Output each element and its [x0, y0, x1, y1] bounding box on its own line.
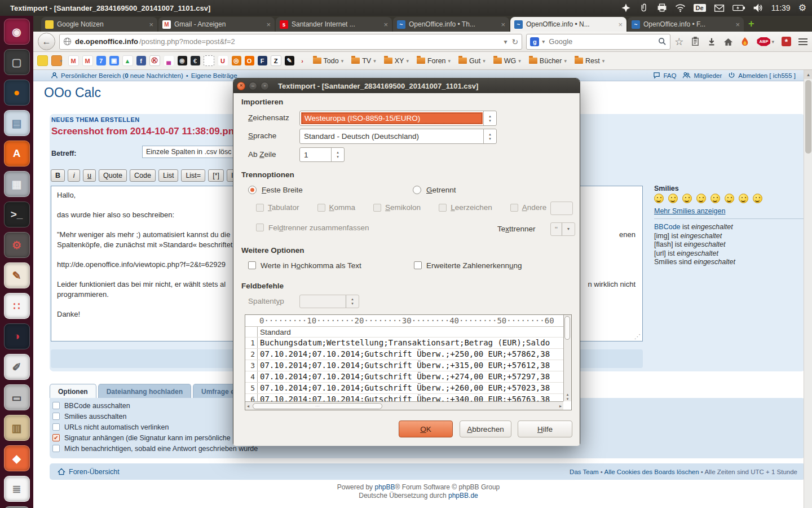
search-engine-icon[interactable]: g [530, 37, 539, 46]
separated-radio[interactable] [413, 186, 421, 194]
textarea-resize-handle[interactable]: ⋰ [634, 333, 641, 340]
bookmark-folder[interactable]: Bücher ▾ [529, 57, 567, 65]
separator-checkbox[interactable] [510, 204, 518, 212]
separator-checkbox[interactable] [439, 204, 447, 212]
mail-icon[interactable] [714, 4, 725, 12]
search-magnifier-icon[interactable] [658, 37, 667, 46]
preview-row[interactable]: 1 Buchungsdatum;Wertstellung;Transaktion… [245, 337, 563, 348]
tab-close-icon[interactable]: × [383, 20, 388, 29]
search-bar[interactable]: g ▾ [526, 34, 670, 50]
downloads-icon[interactable] [707, 37, 716, 46]
format-button[interactable]: B [51, 169, 65, 182]
text-delimiter-caret-icon[interactable]: ▾ [562, 223, 575, 235]
launcher-app-icon[interactable]: ✎ [4, 262, 30, 288]
bookmark-icon[interactable]: M [82, 55, 93, 66]
clipboard-icon[interactable] [691, 37, 700, 46]
option-checkbox[interactable] [52, 402, 60, 409]
launcher-app-icon[interactable]: ∷ [4, 293, 30, 319]
adblock-plus-icon[interactable]: ABP [757, 37, 770, 46]
preview-row[interactable]: 3 07.10.2014;07.10.2014;Gutschrift Überw… [245, 360, 563, 371]
members-link[interactable]: Mitglieder [694, 72, 722, 79]
format-button[interactable]: u [83, 169, 96, 182]
bookmark-icon[interactable]: f [136, 56, 146, 65]
launcher-app-icon[interactable]: >_ [4, 202, 30, 227]
volume-icon[interactable] [753, 3, 764, 12]
bookmark-folder[interactable]: Rest ▾ [575, 57, 604, 65]
launcher-app-icon[interactable]: ▦ [4, 171, 30, 197]
smiley-icon[interactable] [753, 194, 762, 203]
browser-tab[interactable]: Google Notizen × [41, 17, 157, 32]
new-tab-button[interactable]: + [748, 18, 754, 30]
printer-icon[interactable] [657, 3, 667, 13]
smiley-icon[interactable] [725, 194, 734, 203]
launcher-app-icon[interactable]: A [4, 141, 30, 167]
back-button[interactable]: ← [38, 33, 55, 50]
launcher-app-icon[interactable]: ◉ [4, 19, 30, 45]
keyboard-layout-indicator[interactable]: De [694, 4, 706, 12]
bookmark-icon[interactable]: Ⓚ [149, 55, 160, 66]
dialog-maximize-icon[interactable]: ▫ [261, 82, 269, 90]
detect-numbers-checkbox[interactable] [414, 261, 422, 269]
wifi-icon[interactable] [675, 3, 686, 12]
tab-close-icon[interactable]: × [266, 20, 271, 29]
format-button[interactable]: List= [181, 169, 205, 182]
personal-area-link[interactable]: Persönlicher Bereich (0 neue Nachrichten… [61, 72, 183, 79]
smiley-icon[interactable] [696, 194, 706, 203]
adblock-dropdown-icon[interactable]: ▾ [771, 39, 774, 45]
launcher-app-icon[interactable]: ◑ [4, 323, 30, 349]
format-button[interactable]: List [158, 169, 178, 182]
smiley-icon[interactable] [668, 194, 678, 203]
launcher-app-icon[interactable]: ⚙ [4, 232, 30, 258]
preview-row[interactable]: 5 07.10.2014;07.10.2014;Gutschrift Überw… [245, 382, 563, 393]
bookmark-icon[interactable]: U [218, 55, 228, 66]
scroll-left-icon[interactable]: ◂ [247, 404, 249, 409]
dialog-titlebar[interactable]: ✕ – ▫ Textimport - [Santander_2834169500… [233, 78, 580, 93]
launcher-app-icon[interactable]: ● [4, 80, 30, 106]
bookmark-icon[interactable]: F [258, 56, 267, 65]
merge-delimiters-checkbox[interactable] [256, 224, 264, 231]
tab-close-icon[interactable]: × [501, 20, 505, 29]
launcher-app-icon[interactable]: ◆ [4, 445, 30, 471]
launcher-app-icon[interactable]: ≣ [4, 476, 30, 502]
browser-tab[interactable]: ~ OpenOffice.info • F... × [628, 17, 744, 32]
smiley-icon[interactable] [710, 194, 720, 203]
more-smilies-link[interactable]: Mehr Smilies anzeigen [654, 207, 725, 215]
browser-tab[interactable]: ~ OpenOffice.info • N... × [510, 17, 626, 32]
bookmark-folder[interactable]: XY ▾ [384, 57, 409, 65]
menu-hamburger-icon[interactable] [798, 38, 807, 45]
page-scrollbar[interactable]: ▴ [804, 70, 812, 508]
browser-tab[interactable]: ~ OpenOffice.info • Th... × [393, 17, 509, 32]
bookmark-folder[interactable]: WG ▾ [493, 57, 521, 65]
language-spinner-icon[interactable]: ▴▾ [483, 129, 496, 143]
bookmark-folder[interactable]: Foren ▾ [417, 57, 451, 65]
bookmark-icon[interactable]: ✎ [285, 56, 294, 65]
column-type-header[interactable]: Standard [258, 327, 291, 338]
search-input[interactable] [548, 37, 655, 46]
bookmark-folder[interactable]: Todo ▾ [313, 57, 344, 65]
separator-checkbox[interactable] [317, 204, 325, 212]
language-combobox[interactable]: Standard - Deutsch (Deutschland) ▴▾ [299, 129, 497, 144]
text-delimiter-combobox[interactable]: " ▾ [550, 222, 575, 236]
bookmark-caret-icon[interactable]: ▾ [60, 58, 63, 64]
logout-link[interactable]: Abmelden [ ich555 ] [738, 72, 796, 79]
options-tab[interactable]: Optionen [50, 384, 96, 398]
bookmark-icon[interactable]: O [245, 56, 254, 65]
search-engine-dropdown-icon[interactable]: ▾ [542, 38, 545, 45]
launcher-app-icon[interactable]: ▤ [4, 110, 30, 136]
browser-tab[interactable]: s Santander Internet ... × [276, 17, 392, 32]
scroll-right-icon[interactable]: ▸ [559, 404, 562, 409]
format-button[interactable]: Code [130, 169, 156, 182]
column-ruler[interactable]: 0·········10········20········30········… [245, 315, 563, 326]
bookmark-icon[interactable]: ◉ [178, 56, 187, 65]
option-checkbox[interactable] [52, 445, 60, 452]
dialog-close-icon[interactable]: ✕ [237, 82, 245, 90]
preview-row[interactable]: 2 07.10.2014;07.10.2014;Gutschrift Überw… [245, 348, 563, 360]
reload-icon[interactable]: ↻ [512, 37, 519, 46]
smiley-icon[interactable] [682, 194, 692, 203]
option-checkbox[interactable] [52, 413, 60, 420]
preview-row[interactable]: 4 07.10.2014;07.10.2014;Gutschrift Überw… [245, 371, 563, 382]
column-type-spinner-icon[interactable]: ▴▾ [346, 295, 359, 308]
bookmark-icon[interactable]: € [191, 56, 200, 65]
bookmark-star-icon[interactable]: ☆ [674, 36, 683, 48]
preview-horizontal-scrollbar[interactable]: ◂ ··· ▸ [245, 401, 563, 410]
